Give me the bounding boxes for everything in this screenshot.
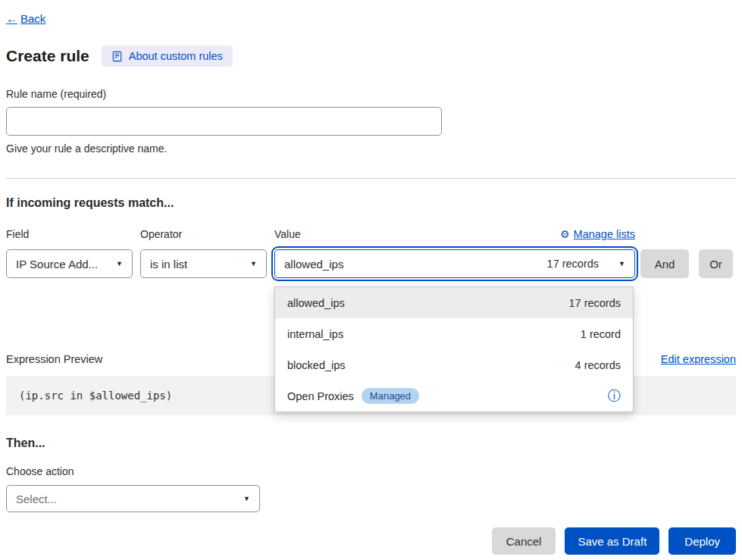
manage-lists-link[interactable]: ⚙ Manage lists [560, 228, 635, 240]
chevron-down-icon: ▼ [618, 260, 625, 267]
back-link[interactable]: ←Back [6, 12, 45, 25]
manage-lists-label: Manage lists [574, 228, 635, 240]
rule-name-label: Rule name (required) [6, 88, 736, 100]
field-label: Field [6, 228, 133, 240]
list-item-allowed-ips[interactable]: allowed_ips 17 records [275, 287, 633, 318]
book-icon [111, 51, 123, 62]
back-link-label: Back [20, 12, 45, 25]
field-select[interactable]: IP Source Add... ▼ [6, 249, 133, 278]
and-button[interactable]: And [640, 249, 689, 278]
back-arrow-icon: ← [6, 12, 17, 25]
gear-icon: ⚙ [560, 228, 570, 240]
field-select-value: IP Source Add... [16, 258, 98, 271]
value-select[interactable]: allowed_ips 17 records ▼ [274, 249, 635, 278]
match-selects-row: IP Source Add... ▼ is in list ▼ allowed_… [6, 249, 736, 278]
expression-preview-label: Expression Preview [6, 353, 102, 365]
create-rule-page: ←Back Create rule About custom rules Rul… [0, 0, 742, 555]
list-dropdown: allowed_ips 17 records internal_ips 1 re… [274, 286, 634, 412]
list-item-open-proxies[interactable]: Open Proxies Managed ⓘ [275, 380, 633, 411]
match-builder: Field Operator Value ⚙ Manage lists IP S… [6, 228, 736, 278]
edit-expression-link[interactable]: Edit expression [661, 353, 736, 365]
page-title: Create rule [6, 47, 89, 65]
list-item-internal-ips[interactable]: internal_ips 1 record [275, 318, 633, 349]
or-button[interactable]: Or [699, 249, 733, 278]
action-select-placeholder: Select... [16, 493, 57, 505]
title-row: Create rule About custom rules [6, 45, 736, 67]
value-label: Value [274, 228, 301, 240]
info-icon[interactable]: ⓘ [608, 389, 621, 402]
managed-badge: Managed [362, 388, 419, 404]
section-divider [6, 178, 736, 179]
match-labels-row: Field Operator Value ⚙ Manage lists [6, 228, 736, 240]
match-heading: If incoming requests match... [6, 196, 736, 210]
operator-label: Operator [140, 228, 267, 240]
operator-select[interactable]: is in list ▼ [140, 249, 267, 278]
footer-actions: Cancel Save as Draft Deploy [6, 527, 736, 555]
value-select-records: 17 records [547, 258, 600, 270]
expression-code: (ip.src in $allowed_ips) [19, 389, 172, 402]
cancel-button[interactable]: Cancel [492, 527, 556, 555]
rule-name-input[interactable] [6, 107, 442, 136]
about-custom-rules-label: About custom rules [129, 50, 223, 62]
save-as-draft-button[interactable]: Save as Draft [565, 527, 659, 555]
then-heading: Then... [6, 436, 736, 450]
deploy-button[interactable]: Deploy [668, 527, 736, 555]
about-custom-rules-link[interactable]: About custom rules [102, 45, 233, 67]
list-item-blocked-ips[interactable]: blocked_ips 4 records [275, 349, 633, 380]
chevron-down-icon: ▼ [250, 260, 257, 267]
value-select-value: allowed_ips [284, 258, 343, 271]
operator-select-value: is in list [150, 258, 187, 271]
choose-action-label: Choose action [6, 465, 736, 477]
chevron-down-icon: ▼ [243, 495, 250, 502]
chevron-down-icon: ▼ [116, 260, 123, 267]
action-select[interactable]: Select... ▼ [6, 485, 260, 512]
rule-name-help: Give your rule a descriptive name. [6, 142, 736, 155]
